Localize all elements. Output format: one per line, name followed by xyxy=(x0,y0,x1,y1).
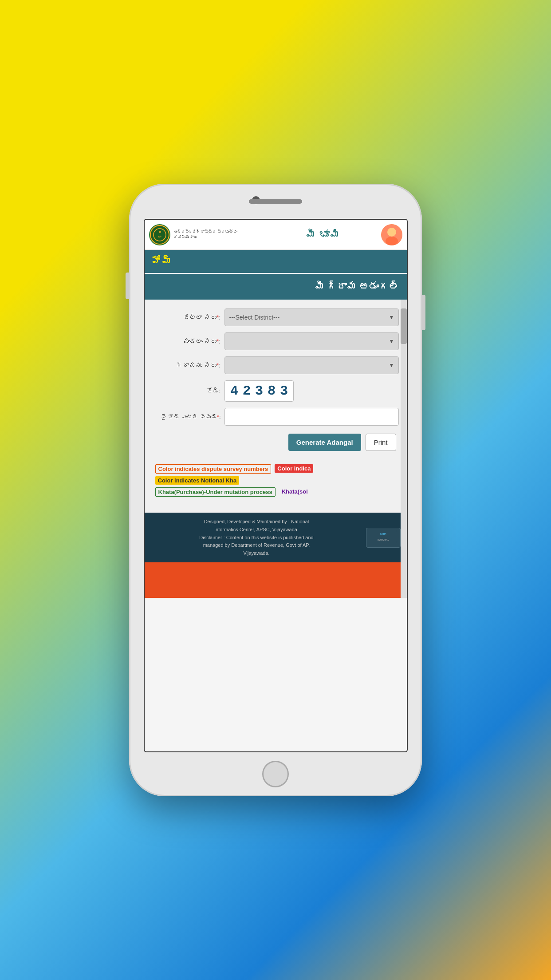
scrollbar-track xyxy=(401,300,407,598)
enter-code-input[interactable] xyxy=(224,408,399,426)
legend-notional: Color indicates Notional Kha xyxy=(155,476,240,485)
village-select[interactable] xyxy=(224,356,399,374)
mandal-select-wrapper: ▼ xyxy=(224,332,399,350)
orange-bottom-bar xyxy=(145,562,407,598)
district-row: జిల్లా పేరు*: ---Select District--- ▼ xyxy=(149,308,399,326)
svg-text:NATIONAL: NATIONAL xyxy=(378,538,389,541)
svg-text:NIC: NIC xyxy=(380,532,386,536)
legend-row-1: Color indicates dispute survey numbers C… xyxy=(155,464,393,474)
village-label: గ్రామము పేరు*: xyxy=(149,362,224,369)
phone-bottom xyxy=(262,752,289,796)
captcha-digit-3: 3 xyxy=(255,383,263,399)
app-title: మీ భూమి xyxy=(265,229,381,241)
district-select-wrapper: ---Select District--- ▼ xyxy=(224,308,399,326)
legend-khata-sol: Khata(sol xyxy=(279,487,311,496)
district-label: జిల్లా పేరు*: xyxy=(149,314,224,321)
captcha-row: కోడ్: 4 2 3 8 3 xyxy=(149,380,399,402)
svg-point-5 xyxy=(387,228,396,237)
captcha-digit-1: 4 xyxy=(230,383,239,399)
phone-screen: ⚙ AP ఆంధ్రప్రదేశ్ రాష్ట్ర ప్రభుత్వం రెవె… xyxy=(144,219,408,752)
page-title-bar: మీ గ్రామ అడంగల్ xyxy=(145,274,407,300)
svg-point-6 xyxy=(386,237,398,245)
legend-khata-purchase: Khata(Purchase)-Under mutation process xyxy=(155,487,276,497)
form-container: జిల్లా పేరు*: ---Select District--- ▼ మం… xyxy=(145,300,407,513)
power-button xyxy=(422,295,425,330)
page-title: మీ గ్రామ అడంగల్ xyxy=(315,281,399,292)
legend-area: Color indicates dispute survey numbers C… xyxy=(149,460,399,504)
app-header: ⚙ AP ఆంధ్రప్రదేశ్ రాష్ట్ర ప్రభుత్వం రెవె… xyxy=(145,220,407,250)
government-emblem: ⚙ AP xyxy=(149,224,170,245)
app-footer: Designed, Developed & Maintained by : Na… xyxy=(145,513,407,562)
nic-logo: NIC NATIONAL xyxy=(366,528,401,548)
logo-text: ఆంధ్రప్రదేశ్ రాష్ట్ర ప్రభుత్వం రెవెన్యూ … xyxy=(174,229,237,240)
content-area: జిల్లా పేరు*: ---Select District--- ▼ మం… xyxy=(145,300,407,598)
captcha-digit-4: 8 xyxy=(267,383,276,399)
mandal-row: మండలం పేరు*: ▼ xyxy=(149,332,399,350)
speaker xyxy=(249,199,302,204)
volume-button xyxy=(126,273,129,299)
captcha-box: 4 2 3 8 3 xyxy=(224,380,294,402)
svg-text:AP: AP xyxy=(158,235,161,238)
district-select[interactable]: ---Select District--- xyxy=(224,308,399,326)
legend-color2: Color indica xyxy=(275,464,313,473)
scrollbar-thumb[interactable] xyxy=(401,308,407,344)
village-row: గ్రామము పేరు*: ▼ xyxy=(149,356,399,374)
avatar xyxy=(381,224,402,245)
buttons-row: Generate Adangal Print xyxy=(149,434,399,451)
enter-code-label: పై కోడ్ ఎంటర్ చేయండి*: xyxy=(149,414,224,420)
legend-row-2: Color indicates Notional Kha xyxy=(155,476,393,485)
mandal-select[interactable] xyxy=(224,332,399,350)
print-button[interactable]: Print xyxy=(366,434,396,451)
captcha-digit-5: 3 xyxy=(279,383,288,399)
generate-adangal-button[interactable]: Generate Adangal xyxy=(288,434,361,451)
mandal-label: మండలం పేరు*: xyxy=(149,338,224,345)
captcha-digit-2: 2 xyxy=(242,383,251,399)
phone-top-bar xyxy=(129,184,422,219)
village-select-wrapper: ▼ xyxy=(224,356,399,374)
legend-row-3: Khata(Purchase)-Under mutation process K… xyxy=(155,487,393,497)
logo-line2: రెవెన్యూ శాఖ xyxy=(174,235,237,240)
logo-line1: ఆంధ్రప్రదేశ్ రాష్ట్ర ప్రభుత్వం xyxy=(174,229,237,235)
home-button[interactable] xyxy=(262,761,289,787)
logo-area: ⚙ AP ఆంధ్రప్రదేశ్ రాష్ట్ర ప్రభుత్వం రెవె… xyxy=(149,224,265,245)
legend-dispute: Color indicates dispute survey numbers xyxy=(155,464,272,474)
nav-bar: హోమ్ xyxy=(145,250,407,273)
footer-text: Designed, Developed & Maintained by : Na… xyxy=(151,518,362,557)
enter-code-row: పై కోడ్ ఎంటర్ చేయండి*: xyxy=(149,408,399,426)
nav-home-label[interactable]: హోమ్ xyxy=(152,256,171,267)
phone-device: ⚙ AP ఆంధ్రప్రదేశ్ రాష్ట్ర ప్రభుత్వం రెవె… xyxy=(129,184,422,796)
captcha-label: కోడ్: xyxy=(149,387,224,395)
